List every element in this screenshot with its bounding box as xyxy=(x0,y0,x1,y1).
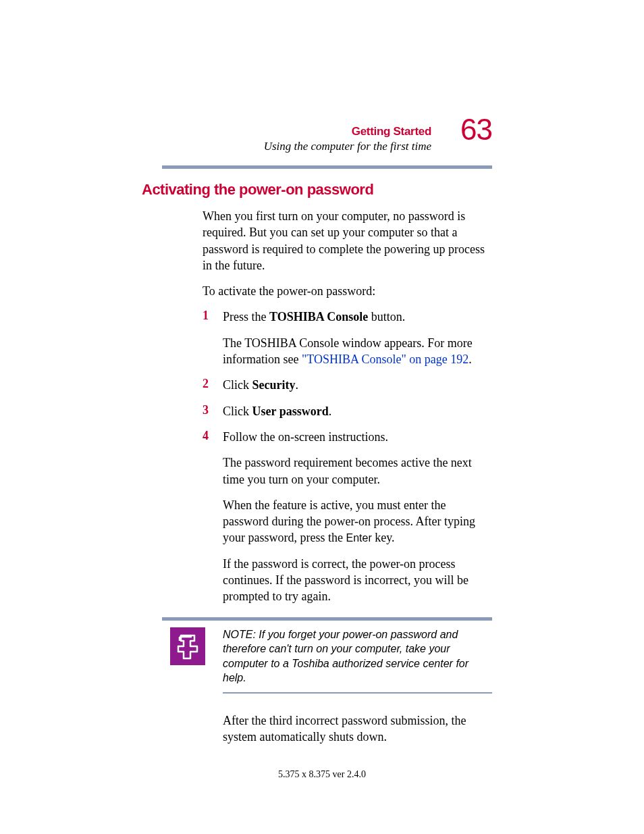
note-rule xyxy=(223,692,492,694)
step-body: Press the TOSHIBA Console button. xyxy=(223,309,492,325)
step-number: 2 xyxy=(203,377,223,391)
intro-paragraph: When you first turn on your computer, no… xyxy=(203,208,492,273)
note-block: NOTE: If you forget your power-on passwo… xyxy=(162,617,492,694)
header-rule xyxy=(162,165,492,169)
section-heading: Activating the power-on password xyxy=(142,181,492,199)
step-1-sub: The TOSHIBA Console window appears. For … xyxy=(223,335,492,368)
steps-list: 1 Press the TOSHIBA Console button. The … xyxy=(203,309,492,604)
step-number: 3 xyxy=(203,403,223,417)
text: Click xyxy=(223,405,252,418)
step-1: 1 Press the TOSHIBA Console button. xyxy=(203,309,492,325)
text: key. xyxy=(372,531,395,544)
note-text: NOTE: If you forget your power-on passwo… xyxy=(223,627,492,685)
step-number: 4 xyxy=(203,429,223,443)
bold-text: User password xyxy=(252,405,329,418)
note-content: NOTE: If you forget your power-on passwo… xyxy=(162,621,492,692)
page-header: Getting Started Using the computer for t… xyxy=(162,125,492,169)
chapter-title: Getting Started xyxy=(162,125,431,138)
step-4-sub2: When the feature is active, you must ent… xyxy=(223,497,492,546)
step-4-sub3: If the password is correct, the power-on… xyxy=(223,556,492,605)
page-footer: 5.375 x 8.375 ver 2.4.0 xyxy=(0,769,644,780)
step-4-sub1: The password requirement becomes active … xyxy=(223,454,492,488)
document-page: Getting Started Using the computer for t… xyxy=(0,0,644,746)
step-3: 3 Click User password. xyxy=(203,403,492,419)
step-2: 2 Click Security. xyxy=(203,377,492,393)
header-text: Getting Started Using the computer for t… xyxy=(162,125,492,153)
text: Click xyxy=(223,378,252,392)
text: . xyxy=(329,405,332,418)
step-body: Follow the on-screen instructions. xyxy=(223,429,492,445)
text: . xyxy=(295,378,298,392)
text: button. xyxy=(368,310,405,323)
bold-text: TOSHIBA Console xyxy=(269,310,368,323)
page-number: 63 xyxy=(460,113,492,147)
step-number: 1 xyxy=(203,309,223,323)
note-hand-icon xyxy=(170,627,205,665)
key-name: Enter xyxy=(346,532,371,544)
section-subtitle: Using the computer for the first time xyxy=(162,140,431,153)
step-body: Click User password. xyxy=(223,403,492,419)
step-4: 4 Follow the on-screen instructions. xyxy=(203,429,492,445)
bold-text: Security xyxy=(252,378,296,392)
text: Press the xyxy=(223,310,269,323)
note-icon-wrap xyxy=(162,627,223,665)
step-body: Click Security. xyxy=(223,377,492,393)
text: . xyxy=(468,353,472,366)
after-note-paragraph: After the third incorrect password submi… xyxy=(223,712,492,746)
cross-reference-link[interactable]: "TOSHIBA Console" on page 192 xyxy=(302,353,468,366)
lead-in-text: To activate the power-on password: xyxy=(203,283,492,299)
